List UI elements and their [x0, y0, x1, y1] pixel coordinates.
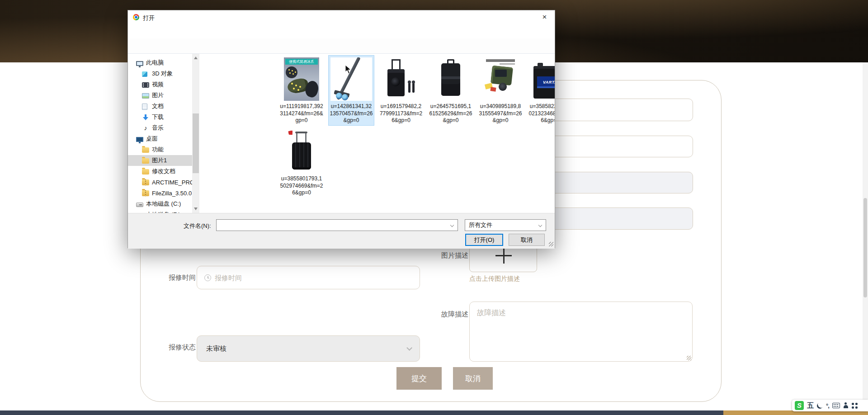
- repair-status-select[interactable]: 未审核: [197, 335, 420, 362]
- dialog-navbar: ← → ↑ “图片1”中的搜索结果 设备 在 设备 中搜索: [128, 24, 555, 38]
- dialog-cancel-button[interactable]: 取消: [509, 234, 545, 246]
- sidebar-item-3[interactable]: 视频: [128, 79, 192, 90]
- sidebar-scrollbar[interactable]: [192, 54, 199, 213]
- file-name: u=1691579482,2779991173&fm=26&gp=0: [379, 103, 423, 124]
- file-item-4[interactable]: u=2645751695,161525629&fm=26&gp=0: [428, 56, 473, 125]
- sidebar-item-label: 桌面: [146, 135, 158, 143]
- scroll-down-icon[interactable]: [194, 208, 198, 210]
- file-item-1[interactable]: 便携式简易冰爪u=111919817,3923114274&fm=26&gp=0: [279, 56, 324, 125]
- file-item-3[interactable]: u=1691579482,2779991173&fm=26&gp=0: [378, 56, 424, 125]
- filename-label: 文件名(N):: [184, 222, 211, 230]
- filetype-value: 所有文件: [469, 222, 492, 228]
- taskbar-strip: [0, 410, 868, 415]
- zip-icon: [142, 190, 149, 196]
- sidebar-item-1[interactable]: 此电脑: [128, 57, 192, 68]
- battery-photo: VARTA: [528, 57, 555, 101]
- dialog-titlebar[interactable]: 打开 ×: [128, 10, 555, 24]
- ime-mode-wubi[interactable]: 五: [807, 401, 814, 410]
- page-scrollbar[interactable]: [863, 62, 868, 410]
- dialog-resize-grip[interactable]: [549, 242, 553, 246]
- folder-icon: [142, 147, 149, 153]
- repair-time-field[interactable]: [215, 274, 420, 282]
- sidebar-item-label: ARCTIME_PRO: [152, 179, 192, 186]
- navigation-pane: 此电脑3D 对象视频图片文档下载♪音乐桌面功能图片1修改文档ARCTIME_PR…: [128, 54, 199, 213]
- sidebar-scrollbar-thumb[interactable]: [193, 113, 199, 173]
- form-submit-button[interactable]: 提交: [396, 367, 442, 390]
- fault-desc-label: 故障描述: [441, 310, 468, 319]
- thumb-brand-text: VARTA: [537, 76, 555, 88]
- sidebar-item-14[interactable]: 本地磁盘 (C:): [128, 198, 192, 209]
- sidebar-item-12[interactable]: ARCTIME_PRO: [128, 177, 192, 188]
- upload-hint-text: 点击上传图片描述: [469, 275, 520, 283]
- disk-icon: [136, 203, 143, 207]
- file-item-5[interactable]: u=3409895189,831555497&fm=26&gp=0: [478, 56, 523, 125]
- repair-time-label: 报修时间: [169, 274, 196, 282]
- ime-menu-grid-icon[interactable]: [852, 403, 858, 409]
- picture-icon: [142, 93, 149, 99]
- dialog-body: 此电脑3D 对象视频图片文档下载♪音乐桌面功能图片1修改文档ARCTIME_PR…: [128, 54, 555, 213]
- music-icon: ♪: [142, 124, 149, 132]
- screen: 报修时间 报修状态 未审核 图片描述 点击上传图片描述 故障描述 提交 取消 打…: [0, 0, 868, 415]
- ime-account-icon[interactable]: [843, 402, 849, 409]
- filename-input[interactable]: [217, 220, 446, 231]
- ime-punctuation-toggle[interactable]: °,: [826, 402, 829, 409]
- sidebar-item-5[interactable]: 文档: [128, 101, 192, 112]
- file-name: u=3409895189,831555497&fm=26&gp=0: [479, 103, 522, 124]
- file-item-6[interactable]: VARTAu=3585822070,3021323468&fm=26&gp=0: [528, 56, 555, 125]
- filename-combo: [216, 219, 458, 231]
- file-name: u=111919817,3923114274&fm=26&gp=0: [280, 103, 323, 124]
- sidebar-item-9[interactable]: 功能: [128, 144, 192, 155]
- scroll-up-icon[interactable]: [194, 57, 198, 59]
- sidebar-item-label: 图片1: [152, 156, 167, 165]
- dialog-command-bar: 组织 新建文件夹 ?: [128, 38, 555, 54]
- sidebar-item-11[interactable]: 修改文档: [128, 166, 192, 177]
- file-item-2[interactable]: u=142861341,3213570457&fm=26&gp=0: [329, 56, 374, 125]
- fault-desc-textarea-wrap: [469, 302, 693, 362]
- document-icon: [142, 104, 147, 110]
- filetype-select[interactable]: 所有文件: [465, 219, 546, 231]
- toolkit-photo: [479, 57, 522, 101]
- file-item-8[interactable]: u=3855801793,1502974669&fm=26&gp=0: [279, 128, 324, 198]
- sidebar-item-4[interactable]: 图片: [128, 90, 192, 101]
- sidebar-item-6[interactable]: 下载: [128, 112, 192, 123]
- fault-desc-textarea[interactable]: [470, 302, 692, 361]
- ime-toolbar[interactable]: S 五 °,: [792, 400, 868, 411]
- zip-icon: [142, 179, 149, 185]
- folder-icon: [142, 169, 149, 174]
- video-icon: [142, 82, 149, 88]
- file-name: u=3585822070,3021323468&fm=26&gp=0: [528, 103, 555, 124]
- sidebar-item-15[interactable]: 本地磁盘 (F:): [128, 209, 192, 213]
- ime-halfwidth-moon-icon[interactable]: [817, 403, 823, 409]
- sidebar-item-7[interactable]: ♪音乐: [128, 123, 192, 133]
- sidebar-item-label: 3D 对象: [152, 70, 173, 78]
- repair-time-input[interactable]: [197, 266, 420, 289]
- folding-trolley-photo: [330, 57, 373, 101]
- sidebar-item-label: 本地磁盘 (C:): [146, 200, 181, 208]
- speaker-trolley-photo: [379, 57, 423, 101]
- sidebar-item-label: FileZilla_3.50.0: [152, 190, 192, 197]
- ime-logo-icon[interactable]: S: [795, 401, 804, 410]
- page-scrollbar-thumb[interactable]: [863, 198, 867, 297]
- form-cancel-button[interactable]: 取消: [453, 367, 493, 390]
- filetype-dropdown-icon: [535, 220, 546, 231]
- sidebar-item-2[interactable]: 3D 对象: [128, 68, 192, 79]
- sidebar-item-10[interactable]: 图片1: [128, 155, 192, 166]
- open-button[interactable]: 打开(O): [465, 234, 503, 246]
- sidebar-item-8[interactable]: 桌面: [128, 133, 192, 144]
- mouse-cursor-icon: [345, 65, 352, 74]
- resize-grip-icon[interactable]: [687, 356, 691, 360]
- dialog-close-button[interactable]: ×: [534, 10, 555, 24]
- desktop-icon: [136, 137, 143, 142]
- sidebar-item-13[interactable]: FileZilla_3.50.0: [128, 188, 192, 198]
- filename-dropdown-icon[interactable]: [447, 220, 458, 231]
- ime-keyboard-icon[interactable]: [832, 403, 840, 408]
- chrome-icon: [133, 14, 139, 20]
- folder-icon: [142, 158, 149, 164]
- dialog-title: 打开: [143, 14, 155, 22]
- repair-status-value: 未审核: [206, 344, 226, 353]
- sidebar-item-label: 图片: [152, 91, 164, 99]
- sidebar-item-label: 视频: [152, 80, 164, 89]
- chevron-down-icon: [406, 345, 412, 351]
- file-name: u=2645751695,161525629&fm=26&gp=0: [429, 103, 472, 124]
- computer-icon: [136, 61, 143, 66]
